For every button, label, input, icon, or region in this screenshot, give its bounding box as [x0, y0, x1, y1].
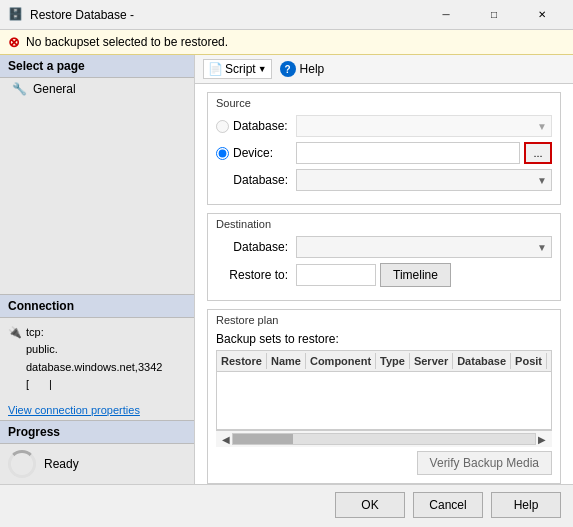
verify-area: Verify Backup Media: [216, 451, 552, 475]
progress-spinner: [8, 450, 36, 478]
help-label: Help: [300, 62, 325, 76]
destination-group: Destination Database: ▼ Restore to:: [207, 213, 561, 301]
verify-backup-media-button[interactable]: Verify Backup Media: [417, 451, 552, 475]
script-icon: 📄: [208, 62, 223, 76]
title-bar: 🗄️ Restore Database - ─ □ ✕: [0, 0, 573, 30]
backup-sets-table: Restore Name Component Type Server Datab…: [216, 350, 552, 430]
destination-group-label: Destination: [216, 218, 552, 230]
connection-line1: tcp:: [26, 324, 162, 342]
connection-bracket: [: [26, 376, 29, 394]
cancel-button[interactable]: Cancel: [413, 492, 483, 518]
dest-database-row: Database: ▼: [216, 236, 552, 258]
warning-bar: ⊗ No backupset selected to be restored.: [0, 30, 573, 55]
col-position: Posit: [511, 353, 547, 369]
main-layout: Select a page 🔧 General Connection 🔌 tcp…: [0, 55, 573, 484]
dest-database-dropdown[interactable]: ▼: [296, 236, 552, 258]
source-database-dropdown[interactable]: ▼: [296, 115, 552, 137]
restore-plan-group: Restore plan Backup sets to restore: Res…: [207, 309, 561, 484]
restore-plan-label: Restore plan: [216, 314, 552, 326]
source-db-label-row: Database: ▼: [216, 169, 552, 191]
source-group: Source Database: ▼: [207, 92, 561, 205]
database-radio[interactable]: [216, 120, 229, 133]
toolbar: 📄 Script ▼ ? Help: [195, 55, 573, 84]
window-controls: ─ □ ✕: [423, 5, 565, 25]
restore-to-input[interactable]: [296, 264, 376, 286]
database-radio-text: Database:: [233, 119, 288, 133]
timeline-button[interactable]: Timeline: [380, 263, 451, 287]
dest-database-label: Database:: [233, 240, 288, 254]
browse-button[interactable]: ...: [524, 142, 552, 164]
scrollbar-track[interactable]: [232, 433, 536, 445]
maximize-button[interactable]: □: [471, 5, 517, 25]
right-panel: 📄 Script ▼ ? Help Source Database:: [195, 55, 573, 484]
database-radio-label[interactable]: Database:: [216, 119, 288, 133]
source-database-arrow: ▼: [537, 121, 547, 132]
connection-line2: public.: [26, 341, 162, 359]
help-button-bottom[interactable]: Help: [491, 492, 561, 518]
horizontal-scrollbar[interactable]: ◀ ▶: [216, 430, 552, 447]
content-area: Source Database: ▼: [195, 84, 573, 484]
warning-text: No backupset selected to be restored.: [26, 35, 228, 49]
source-group-label: Source: [216, 97, 552, 109]
script-button[interactable]: 📄 Script ▼: [203, 59, 272, 79]
connection-line3: database.windows.net,3342: [26, 359, 162, 377]
device-radio-label[interactable]: Device:: [216, 146, 288, 160]
warning-icon: ⊗: [8, 34, 20, 50]
scrollbar-thumb[interactable]: [233, 434, 293, 444]
sidebar-item-label: General: [33, 82, 76, 96]
script-label: Script: [225, 62, 256, 76]
ok-button[interactable]: OK: [335, 492, 405, 518]
table-header: Restore Name Component Type Server Datab…: [217, 351, 551, 372]
script-dropdown-arrow: ▼: [258, 64, 267, 74]
backup-sets-label: Backup sets to restore:: [216, 332, 552, 346]
col-restore: Restore: [217, 353, 267, 369]
connection-pipe: |: [49, 376, 52, 394]
scroll-right-arrow[interactable]: ▶: [536, 434, 548, 445]
col-component: Component: [306, 353, 376, 369]
help-icon: ?: [280, 61, 296, 77]
device-input[interactable]: [296, 142, 520, 164]
select-page-header: Select a page: [0, 55, 194, 78]
restore-to-label: Restore to:: [229, 268, 288, 282]
restore-to-row: Restore to: Timeline: [216, 263, 552, 287]
progress-header: Progress: [0, 420, 194, 444]
col-server: Server: [410, 353, 453, 369]
app-icon: 🗄️: [8, 7, 24, 23]
scroll-left-arrow[interactable]: ◀: [220, 434, 232, 445]
dest-db-arrow: ▼: [537, 242, 547, 253]
source-device-row: Device: ...: [216, 142, 552, 164]
help-button[interactable]: ? Help: [280, 61, 325, 77]
progress-status: Ready: [44, 457, 79, 471]
connection-info: 🔌 tcp: public. database.windows.net,3342…: [0, 318, 194, 400]
bottom-bar: OK Cancel Help: [0, 484, 573, 524]
connection-header: Connection: [0, 294, 194, 318]
source-database-row: Database: ▼: [216, 115, 552, 137]
minimize-button[interactable]: ─: [423, 5, 469, 25]
table-body: [217, 372, 551, 422]
connection-icon: 🔌: [8, 324, 22, 342]
col-type: Type: [376, 353, 410, 369]
source-db-label: Database:: [233, 173, 288, 187]
wrench-icon: 🔧: [12, 82, 27, 96]
title-text: Restore Database -: [30, 8, 423, 22]
device-radio[interactable]: [216, 147, 229, 160]
progress-area: Ready: [0, 444, 194, 484]
view-connection-properties-link[interactable]: View connection properties: [0, 400, 194, 420]
close-button[interactable]: ✕: [519, 5, 565, 25]
source-db-arrow: ▼: [537, 175, 547, 186]
source-db-dropdown[interactable]: ▼: [296, 169, 552, 191]
col-database: Database: [453, 353, 511, 369]
sidebar-item-general[interactable]: 🔧 General: [0, 78, 194, 100]
col-name: Name: [267, 353, 306, 369]
device-radio-text: Device:: [233, 146, 273, 160]
left-panel: Select a page 🔧 General Connection 🔌 tcp…: [0, 55, 195, 484]
